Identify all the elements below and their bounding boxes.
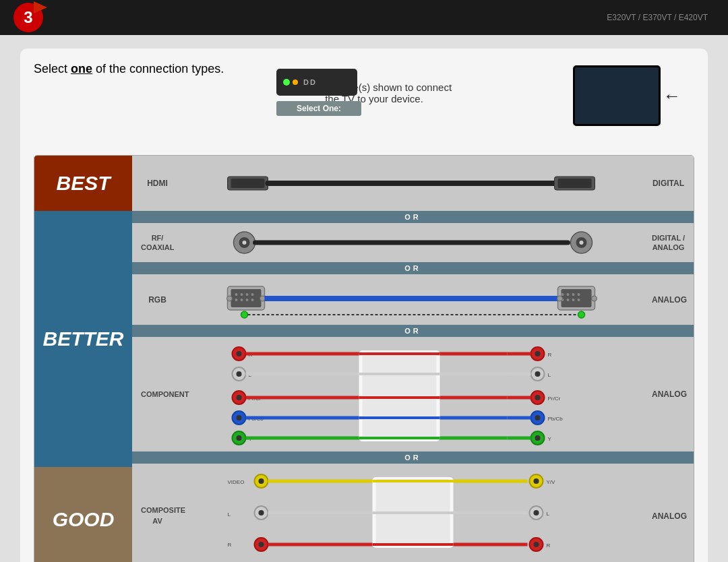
stb-image: DD <box>276 69 357 96</box>
svg-text:L: L <box>548 372 551 378</box>
rgb-cable-svg <box>179 280 646 320</box>
svg-point-93 <box>259 510 264 516</box>
step-badge: 3 <box>13 3 43 32</box>
svg-point-108 <box>534 478 539 484</box>
page-content: Select one of the connection types. Use … <box>20 49 708 562</box>
svg-point-43 <box>237 371 242 377</box>
or-divider-2: OR <box>132 262 694 274</box>
component-row: COMPONENT <box>132 337 694 451</box>
svg-point-36 <box>592 296 597 301</box>
svg-point-7 <box>243 241 247 245</box>
composite-row: COMPOSITEAV VIDEO L R <box>132 464 694 562</box>
composite-cable: VIDEO L R <box>179 469 646 563</box>
or-divider-1: OR <box>132 211 694 223</box>
svg-point-70 <box>535 371 541 377</box>
connections-column: HDMI DIGITAL OR <box>132 156 694 562</box>
svg-point-22 <box>227 296 233 301</box>
quality-better: BETTER <box>34 211 132 467</box>
composite-cable-svg: VIDEO L R <box>179 469 646 563</box>
svg-rect-13 <box>231 289 262 307</box>
select-one-bar: Select One: <box>276 101 361 116</box>
svg-point-112 <box>534 542 539 547</box>
component-label-left: COMPONENT <box>135 390 179 398</box>
svg-point-32 <box>567 299 570 301</box>
intro-one: one <box>71 62 92 75</box>
svg-text:Pb/Cb: Pb/Cb <box>548 416 564 422</box>
svg-text:Y: Y <box>548 436 552 442</box>
page-header: 3 E320VT / E370VT / E420VT <box>0 0 728 35</box>
svg-point-18 <box>235 299 238 301</box>
svg-rect-4 <box>558 179 592 188</box>
svg-point-34 <box>578 299 580 301</box>
hdmi-row: HDMI DIGITAL <box>132 156 694 211</box>
hdmi-cable-svg <box>179 166 646 200</box>
svg-point-30 <box>578 293 580 296</box>
svg-text:L: L <box>228 511 231 518</box>
component-label-right: ANALOG <box>646 389 690 399</box>
quality-best: BEST <box>34 156 132 211</box>
component-cable: R L Pr/Cr Pb/Cb Y <box>179 340 646 448</box>
svg-point-15 <box>241 293 243 296</box>
rgb-label-right: ANALOG <box>646 295 690 305</box>
svg-point-19 <box>241 299 243 301</box>
svg-point-95 <box>259 542 264 547</box>
svg-point-23 <box>260 296 266 301</box>
svg-rect-61 <box>363 352 437 439</box>
svg-text:Pr/Cr: Pr/Cr <box>548 396 561 402</box>
svg-rect-26 <box>562 289 592 307</box>
svg-point-17 <box>251 293 254 296</box>
hdmi-cable <box>179 166 646 200</box>
rgb-row: RGB <box>132 274 694 325</box>
svg-point-72 <box>535 395 541 400</box>
svg-text:R: R <box>548 352 552 358</box>
composite-label-left: COMPOSITEAV <box>135 505 179 526</box>
svg-text:R: R <box>228 542 232 548</box>
svg-text:VIDEO: VIDEO <box>228 479 245 485</box>
coax-cable-svg <box>179 228 646 258</box>
svg-point-76 <box>535 435 541 441</box>
svg-point-35 <box>557 296 563 301</box>
svg-point-27 <box>562 293 564 296</box>
model-number: E320VT / E370VT / E420VT <box>607 13 708 22</box>
svg-point-68 <box>535 351 541 356</box>
tv-image: ← <box>573 65 661 129</box>
svg-point-49 <box>237 435 242 441</box>
hdmi-label-right: DIGITAL <box>646 179 690 188</box>
svg-point-28 <box>567 293 570 296</box>
rfcoaxial-row: RF/COAXIAL DIGITAL /AN <box>132 223 694 262</box>
svg-text:R: R <box>547 542 551 549</box>
or-divider-4: OR <box>132 451 694 464</box>
quality-labels: BEST BETTER GOOD <box>34 156 132 562</box>
component-cable-svg: R L Pr/Cr Pb/Cb Y <box>179 340 646 448</box>
svg-point-41 <box>237 351 242 356</box>
svg-point-21 <box>251 299 254 301</box>
rf-label-left: RF/COAXIAL <box>135 233 179 253</box>
svg-point-11 <box>580 241 584 245</box>
svg-point-29 <box>572 293 575 296</box>
svg-point-38 <box>578 311 585 318</box>
quality-good: GOOD <box>34 467 132 562</box>
step-number: 3 <box>24 8 32 27</box>
or-divider-3: OR <box>132 325 694 337</box>
svg-point-47 <box>237 415 242 420</box>
svg-point-14 <box>235 293 238 296</box>
rgb-cable <box>179 280 646 320</box>
svg-text:L: L <box>547 511 550 517</box>
svg-point-33 <box>572 299 575 301</box>
hdmi-label-left: HDMI <box>135 179 179 188</box>
svg-point-91 <box>259 478 264 484</box>
rgb-label-left: RGB <box>135 295 179 305</box>
svg-text:Y/V: Y/V <box>547 479 556 485</box>
composite-label-right: ANALOG <box>646 511 690 521</box>
svg-point-16 <box>246 293 249 296</box>
intro-section: Select one of the connection types. Use … <box>34 62 694 104</box>
svg-rect-1 <box>231 179 265 188</box>
svg-point-37 <box>241 311 248 318</box>
svg-point-45 <box>237 395 242 400</box>
svg-point-20 <box>246 299 249 301</box>
rf-label-right: DIGITAL /ANALOG <box>646 233 690 253</box>
svg-point-110 <box>534 510 539 516</box>
svg-point-74 <box>535 415 541 420</box>
connection-chart: BEST BETTER GOOD HDMI <box>34 155 694 562</box>
rf-cable <box>179 228 646 258</box>
